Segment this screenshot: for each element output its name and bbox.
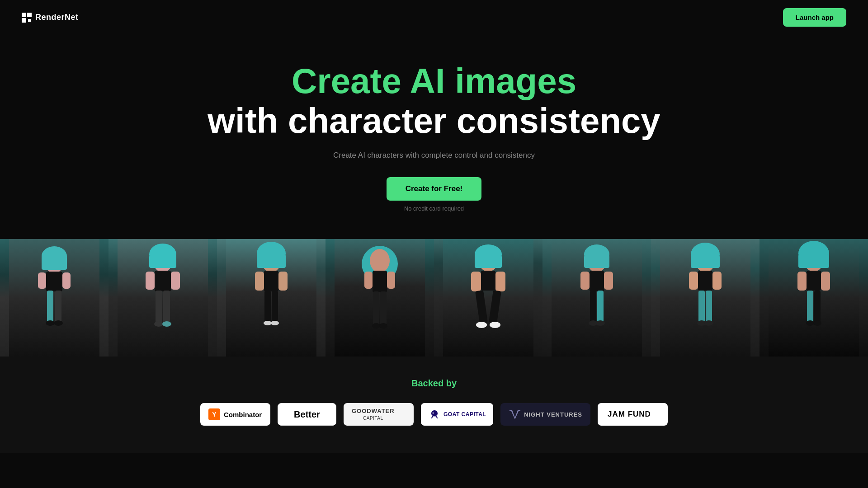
strip-image-4 (326, 239, 434, 357)
hero-title: Create AI images with character consiste… (9, 62, 859, 141)
svg-rect-75 (712, 272, 722, 290)
navbar: RenderNet Launch app (0, 0, 868, 35)
goatcapital-label: GOAT CAPITAL (443, 411, 486, 418)
person-figure-2 (108, 239, 217, 357)
svg-rect-51 (481, 271, 495, 291)
strip-image-3 (217, 239, 326, 357)
svg-rect-29 (257, 254, 286, 268)
svg-rect-21 (171, 272, 180, 290)
svg-rect-1 (27, 13, 32, 17)
sponsor-goatcapital: GOAT CAPITAL (421, 403, 493, 426)
svg-rect-9 (38, 272, 46, 289)
svg-point-79 (704, 320, 713, 326)
svg-rect-44 (380, 291, 387, 325)
strip-image-2 (108, 239, 217, 357)
svg-rect-53 (495, 272, 505, 291)
svg-point-36 (271, 321, 279, 325)
person-figure-8 (760, 239, 868, 357)
goodwater-label: GOODWATERCAPITAL (352, 408, 395, 421)
svg-point-45 (372, 323, 380, 328)
svg-rect-50 (475, 255, 502, 268)
svg-point-90 (813, 320, 821, 326)
hero-title-line2: with character consistency (9, 101, 859, 141)
person-figure-3 (217, 239, 326, 357)
strip-image-6 (542, 239, 651, 357)
hero-subtitle: Create AI characters with complete contr… (9, 151, 859, 160)
svg-rect-0 (22, 13, 26, 17)
svg-rect-31 (255, 272, 264, 291)
person-figure-1 (0, 239, 108, 357)
svg-rect-8 (46, 272, 62, 291)
svg-rect-76 (698, 291, 705, 322)
svg-point-91 (432, 413, 434, 414)
svg-rect-20 (146, 272, 155, 290)
hero-section: Create AI images with character consiste… (0, 35, 868, 235)
svg-rect-3 (28, 19, 31, 22)
hero-title-line1: Create AI images (9, 62, 859, 101)
sponsor-ycombinator: Y Combinator (200, 403, 270, 426)
svg-rect-77 (706, 291, 712, 322)
svg-rect-12 (55, 291, 61, 322)
sponsor-better: Better (278, 403, 336, 426)
svg-rect-43 (373, 291, 379, 325)
svg-rect-42 (387, 272, 395, 289)
cta-area: Create for Free! No credit card required (9, 177, 859, 212)
person-figure-5 (434, 239, 542, 357)
svg-point-68 (596, 320, 605, 326)
svg-rect-61 (584, 255, 609, 268)
image-strip (0, 239, 868, 357)
svg-point-56 (476, 322, 487, 328)
svg-rect-33 (264, 291, 271, 322)
svg-rect-85 (797, 272, 807, 291)
person-figure-6 (542, 239, 651, 357)
svg-rect-10 (62, 272, 71, 289)
svg-rect-40 (373, 271, 387, 292)
svg-rect-84 (807, 271, 821, 291)
person-figure-7 (651, 239, 760, 357)
svg-marker-92 (509, 410, 520, 419)
strip-image-1 (0, 239, 108, 357)
svg-point-13 (46, 320, 55, 326)
svg-rect-19 (155, 271, 171, 291)
goat-icon (428, 409, 441, 419)
svg-rect-64 (604, 272, 613, 290)
logo-icon (22, 13, 32, 23)
svg-rect-88 (814, 291, 821, 322)
strip-image-8 (760, 239, 868, 357)
svg-rect-23 (163, 291, 170, 323)
svg-rect-30 (264, 271, 278, 291)
svg-rect-7 (42, 256, 67, 270)
better-label: Better (294, 409, 320, 420)
svg-rect-11 (47, 291, 53, 322)
strip-image-5 (434, 239, 542, 357)
yc-label: Combinator (224, 411, 262, 418)
person-figure-4 (326, 239, 434, 357)
strip-image-7 (651, 239, 760, 357)
backed-by-section: Backed by Y Combinator Better GOODWATERC… (0, 357, 868, 453)
svg-rect-66 (597, 291, 604, 322)
sponsor-jamfund: JAM FUND (598, 403, 668, 426)
launch-app-button[interactable]: Launch app (783, 8, 846, 27)
svg-rect-73 (698, 271, 712, 291)
svg-rect-41 (364, 272, 373, 289)
svg-rect-32 (278, 272, 288, 291)
svg-rect-65 (590, 291, 596, 322)
nightventures-icon (509, 409, 521, 419)
jamfund-label: JAM FUND (608, 410, 651, 419)
svg-rect-34 (272, 291, 278, 322)
svg-rect-63 (580, 272, 590, 290)
svg-rect-22 (156, 291, 162, 323)
svg-rect-2 (22, 18, 26, 23)
svg-rect-83 (798, 254, 829, 268)
svg-rect-18 (149, 255, 176, 268)
svg-rect-74 (689, 272, 698, 290)
svg-rect-52 (471, 272, 481, 291)
create-free-button[interactable]: Create for Free! (387, 177, 482, 201)
svg-rect-72 (691, 255, 720, 268)
logo: RenderNet (22, 13, 79, 23)
svg-point-46 (379, 323, 387, 328)
svg-rect-86 (821, 272, 830, 291)
nightventures-label: NIGHT VENTURES (524, 411, 582, 418)
sponsors-list: Y Combinator Better GOODWATERCAPITAL GOA… (9, 403, 859, 426)
yc-icon: Y (208, 408, 220, 420)
